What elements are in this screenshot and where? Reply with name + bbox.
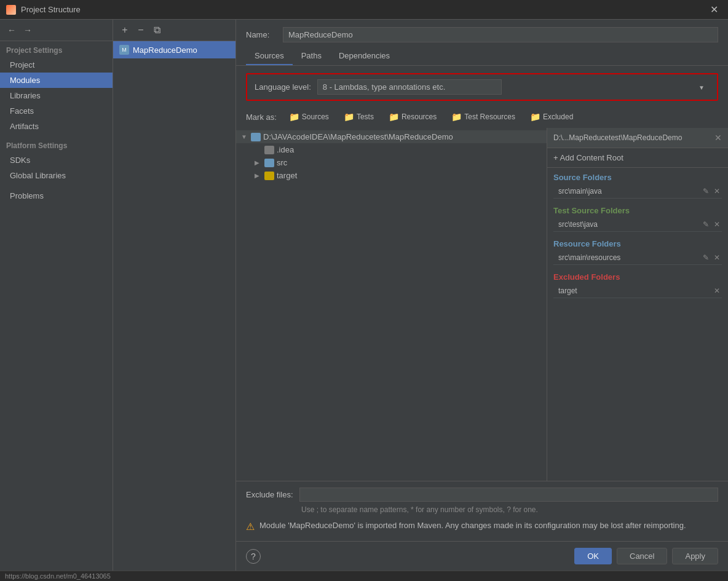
remove-module-button[interactable]: −: [134, 23, 148, 37]
close-button[interactable]: ✕: [706, 2, 722, 17]
source-folder-edit-button[interactable]: ✎: [701, 186, 711, 196]
modules-list-panel: + − ⧉ M MapReduceDemo: [113, 20, 236, 571]
test-source-folder-remove-button[interactable]: ✕: [712, 219, 722, 229]
cancel-button[interactable]: Cancel: [617, 548, 667, 564]
mark-as-row: Mark as: 📁 Sources 📁 Tests 📁 Resources 📁…: [236, 108, 728, 128]
project-settings-label: Project Settings: [0, 41, 113, 57]
main-content: ← → Project Settings Project Modules Lib…: [0, 20, 728, 571]
tree-item-src[interactable]: ▶ src: [236, 156, 547, 169]
mark-as-resources-button[interactable]: 📁 Resources: [384, 111, 441, 123]
sidebar-nav: ← →: [0, 20, 113, 41]
mark-as-test-resources-button[interactable]: 📁 Test Resources: [446, 111, 520, 123]
sidebar: ← → Project Settings Project Modules Lib…: [0, 20, 113, 571]
forward-button[interactable]: →: [21, 23, 34, 37]
platform-settings-label: Platform Settings: [0, 134, 113, 152]
test-source-folder-path-0: src\test\java: [558, 220, 701, 229]
sidebar-item-project[interactable]: Project: [0, 57, 113, 73]
src-folder-label: src: [277, 158, 287, 167]
tree-item-idea[interactable]: .idea: [236, 143, 547, 156]
src-arrow-icon: ▶: [255, 159, 262, 166]
mark-as-label: Mark as:: [246, 113, 277, 122]
test-resources-folder-icon: 📁: [451, 112, 462, 122]
status-bar: https://blog.csdn.net/m0_46413065: [0, 571, 728, 581]
test-source-folder-actions: ✎ ✕: [701, 219, 722, 229]
exclude-files-label: Exclude files:: [246, 490, 293, 499]
name-input[interactable]: [283, 27, 718, 42]
mark-as-excluded-button[interactable]: 📁 Excluded: [525, 111, 578, 123]
name-label: Name:: [246, 30, 277, 39]
target-folder-label: target: [277, 171, 297, 180]
name-row: Name:: [236, 20, 728, 47]
add-content-root-label: + Add Content Root: [553, 153, 623, 162]
module-icon: M: [119, 45, 129, 55]
excluded-folder-actions: ✕: [712, 286, 722, 296]
ok-button[interactable]: OK: [574, 548, 612, 564]
sources-folder-icon: 📁: [289, 112, 299, 122]
dialog-buttons: ? OK Cancel Apply: [236, 541, 728, 571]
exclude-files-input[interactable]: [299, 488, 718, 502]
add-content-root-button[interactable]: + Add Content Root: [547, 148, 728, 168]
exclude-files-row: Exclude files:: [246, 488, 718, 502]
source-folder-remove-button[interactable]: ✕: [712, 186, 722, 196]
excluded-folder-remove-button[interactable]: ✕: [712, 286, 722, 296]
info-panel-close-button[interactable]: ✕: [714, 133, 722, 143]
root-path-label: D:\JAVAcodeIDEA\MapReducetest\MapReduceD…: [263, 132, 453, 141]
mark-as-tests-button[interactable]: 📁 Tests: [339, 111, 379, 123]
resource-folder-entry-0: src\main\resources ✎ ✕: [553, 251, 722, 265]
test-source-folders-section: Test Source Folders src\test\java ✎ ✕: [547, 201, 728, 234]
help-button[interactable]: ?: [246, 549, 261, 564]
warning-row: ⚠ Module 'MapReduceDemo' is imported fro…: [246, 518, 718, 535]
resource-folder-remove-button[interactable]: ✕: [712, 253, 722, 263]
root-folder-icon: [251, 133, 261, 141]
apply-button[interactable]: Apply: [672, 548, 718, 564]
resource-folder-path-0: src\main\resources: [558, 253, 701, 262]
sidebar-item-artifacts[interactable]: Artifacts: [0, 119, 113, 134]
target-folder-icon: [264, 172, 274, 180]
tree-item-target[interactable]: ▶ target: [236, 169, 547, 182]
module-item-mapreducedemo[interactable]: M MapReduceDemo: [113, 41, 235, 58]
module-detail-area: Name: Sources Paths Dependencies Languag…: [236, 20, 728, 571]
sidebar-item-facets[interactable]: Facets: [0, 103, 113, 119]
window-title: Project Structure: [21, 5, 706, 14]
exclude-files-hint: Use ; to separate name patterns, * for a…: [246, 505, 718, 514]
resource-folders-title: Resource Folders: [553, 239, 722, 248]
sidebar-item-problems[interactable]: Problems: [0, 188, 113, 204]
sidebar-item-global-libraries[interactable]: Global Libraries: [0, 168, 113, 183]
excluded-folders-title: Excluded Folders: [553, 272, 722, 282]
tabs-row: Sources Paths Dependencies: [236, 47, 728, 66]
language-level-select-wrapper: 8 - Lambdas, type annotations etc. 7 - D…: [317, 79, 710, 95]
source-folders-title: Source Folders: [553, 173, 722, 182]
excluded-folder-icon: 📁: [530, 112, 540, 122]
back-button[interactable]: ←: [5, 23, 18, 37]
tab-paths[interactable]: Paths: [293, 47, 330, 65]
module-name: MapReduceDemo: [133, 45, 197, 55]
root-arrow-icon: ▼: [241, 133, 248, 140]
add-module-button[interactable]: +: [118, 23, 132, 37]
source-folder-actions: ✎ ✕: [701, 186, 722, 196]
sidebar-item-libraries[interactable]: Libraries: [0, 88, 113, 103]
language-level-select[interactable]: 8 - Lambdas, type annotations etc. 7 - D…: [317, 79, 502, 95]
tree-root-item[interactable]: ▼ D:\JAVAcodeIDEA\MapReducetest\MapReduc…: [236, 130, 547, 143]
resource-folders-section: Resource Folders src\main\resources ✎ ✕: [547, 234, 728, 267]
resource-folder-edit-button[interactable]: ✎: [701, 253, 711, 263]
idea-folder-icon: [264, 146, 274, 154]
content-root-info-panel: D:\...MapReducetest\MapReduceDemo ✕ + Ad…: [547, 128, 728, 481]
project-structure-window: Project Structure ✕ ← → Project Settings…: [0, 0, 728, 581]
tab-dependencies[interactable]: Dependencies: [330, 47, 398, 65]
sidebar-item-sdks[interactable]: SDKs: [0, 152, 113, 168]
app-icon: [6, 5, 16, 15]
test-source-folder-entry-0: src\test\java ✎ ✕: [553, 218, 722, 232]
resources-folder-icon: 📁: [389, 112, 399, 122]
mark-as-sources-button[interactable]: 📁 Sources: [284, 111, 334, 123]
test-source-folder-edit-button[interactable]: ✎: [701, 219, 711, 229]
copy-module-button[interactable]: ⧉: [150, 23, 164, 37]
source-folders-section: Source Folders src\main\java ✎ ✕: [547, 168, 728, 201]
idea-folder-label: .idea: [277, 145, 294, 154]
info-panel-header: D:\...MapReducetest\MapReduceDemo ✕: [547, 128, 728, 148]
target-arrow-icon: ▶: [255, 172, 262, 179]
excluded-folder-entry-0: target ✕: [553, 284, 722, 298]
resource-folder-actions: ✎ ✕: [701, 253, 722, 263]
info-panel-path: D:\...MapReducetest\MapReduceDemo: [553, 133, 682, 142]
sidebar-item-modules[interactable]: Modules: [0, 73, 113, 88]
tab-sources[interactable]: Sources: [246, 47, 293, 65]
